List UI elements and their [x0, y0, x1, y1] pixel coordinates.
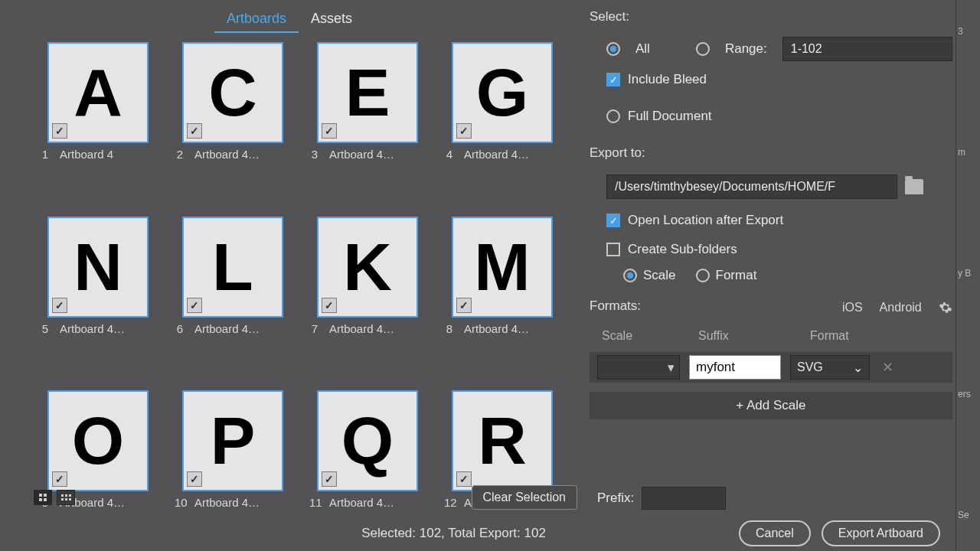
range-label: Range: [725, 41, 767, 57]
artboard-thumbnail[interactable]: G✓ [452, 42, 553, 143]
side-panel-peek: 3 m y B ers Se [956, 0, 980, 551]
col-format: Format [810, 329, 871, 343]
artboard-name: Artboard 4… [194, 322, 291, 335]
artboard-thumbnail[interactable]: A✓ [47, 42, 149, 143]
view-list-icon[interactable] [57, 490, 75, 505]
radio-all[interactable] [606, 42, 620, 56]
prefix-input[interactable] [642, 487, 726, 510]
all-label: All [635, 41, 650, 57]
prefix-label: Prefix: [597, 491, 634, 506]
artboard-item[interactable]: C✓2Artboard 4… [172, 42, 294, 203]
artboard-name: Artboard 4… [464, 148, 560, 161]
artboard-item[interactable]: L✓6Artboard 4… [172, 217, 294, 377]
clear-selection-button[interactable]: Clear Selection [472, 485, 578, 510]
subfolder-scale-label: Scale [643, 268, 676, 283]
remove-format-icon[interactable]: ✕ [879, 359, 897, 376]
view-grid-icon[interactable] [34, 490, 52, 505]
artboard-number: 8 [444, 322, 455, 335]
artboard-checkbox[interactable]: ✓ [187, 298, 202, 313]
artboard-checkbox[interactable]: ✓ [456, 123, 472, 139]
tab-artboards[interactable]: Artboards [214, 6, 299, 33]
artboard-number: 1 [40, 148, 51, 161]
artboard-name: Artboard 4… [194, 148, 291, 161]
formats-label: Formats: [590, 298, 641, 314]
create-subfolders-label: Create Sub-folders [628, 242, 737, 257]
artboard-item[interactable]: G✓4Artboard 4… [441, 42, 564, 203]
col-scale: Scale [602, 329, 678, 343]
open-location-label: Open Location after Export [628, 213, 783, 228]
subfolder-format-label: Format [716, 268, 757, 283]
artboard-name: Artboard 4… [464, 322, 560, 335]
artboard-thumbnail[interactable]: C✓ [182, 42, 283, 143]
artboard-number: 3 [309, 148, 320, 161]
artboard-checkbox[interactable]: ✓ [52, 123, 67, 139]
artboard-thumbnail[interactable]: E✓ [317, 42, 418, 143]
artboard-item[interactable]: A✓1Artboard 4 [37, 42, 159, 203]
artboard-checkbox[interactable]: ✓ [322, 298, 337, 313]
artboard-thumbnail[interactable]: R✓ [452, 390, 553, 491]
artboard-thumbnail[interactable]: L✓ [182, 217, 283, 318]
export-artboard-button[interactable]: Export Artboard [822, 520, 940, 546]
checkbox-open-location[interactable]: ✓ [606, 214, 620, 227]
artboard-number: 6 [175, 322, 185, 335]
artboard-name: Artboard 4… [60, 322, 156, 335]
checkbox-include-bleed[interactable]: ✓ [606, 73, 620, 86]
artboard-number: 4 [444, 148, 455, 161]
artboard-number: 5 [40, 322, 51, 335]
include-bleed-label: Include Bleed [628, 72, 707, 87]
add-scale-button[interactable]: + Add Scale [590, 392, 952, 419]
range-input[interactable] [782, 37, 952, 61]
artboard-checkbox[interactable]: ✓ [187, 123, 202, 139]
artboard-checkbox[interactable]: ✓ [456, 298, 472, 313]
artboard-thumbnail[interactable]: O✓ [47, 390, 149, 491]
artboard-checkbox[interactable]: ✓ [52, 298, 67, 313]
radio-subfolder-format[interactable] [696, 269, 710, 282]
checkbox-create-subfolders[interactable] [606, 243, 620, 256]
cancel-button[interactable]: Cancel [739, 520, 811, 546]
artboard-grid[interactable]: A✓1Artboard 4C✓2Artboard 4…E✓3Artboard 4… [37, 42, 564, 551]
platform-ios[interactable]: iOS [842, 301, 863, 315]
col-suffix: Suffix [698, 329, 790, 343]
artboard-name: Artboard 4 [60, 148, 156, 161]
export-to-label: Export to: [590, 145, 952, 161]
gear-icon[interactable] [939, 301, 952, 315]
artboard-thumbnail[interactable]: Q✓ [317, 390, 418, 491]
artboard-item[interactable]: E✓3Artboard 4… [306, 42, 429, 203]
artboard-name: Artboard 4… [329, 148, 426, 161]
radio-subfolder-scale[interactable] [623, 269, 637, 282]
artboard-checkbox[interactable]: ✓ [322, 123, 337, 139]
artboard-thumbnail[interactable]: K✓ [317, 217, 418, 318]
artboard-number: 2 [175, 148, 185, 161]
artboard-name: Artboard 4… [329, 322, 426, 335]
artboard-thumbnail[interactable]: M✓ [452, 217, 553, 318]
export-path-input[interactable] [606, 174, 897, 199]
format-row: ▾ SVG⌄ ✕ [590, 352, 952, 383]
artboard-number: 7 [309, 322, 320, 335]
tab-assets[interactable]: Assets [299, 6, 364, 33]
artboard-thumbnail[interactable]: N✓ [47, 217, 149, 318]
format-dropdown[interactable]: SVG⌄ [790, 355, 870, 380]
artboard-item[interactable]: N✓5Artboard 4… [37, 217, 159, 377]
suffix-input[interactable] [689, 355, 781, 380]
artboard-item[interactable]: M✓8Artboard 4… [441, 217, 564, 377]
selection-status: Selected: 102, Total Export: 102 [15, 526, 739, 541]
select-label: Select: [590, 9, 952, 24]
export-tabs: Artboards Assets [0, 0, 579, 36]
full-document-label: Full Document [628, 109, 712, 124]
artboard-item[interactable]: K✓7Artboard 4… [306, 217, 429, 377]
scale-dropdown[interactable]: ▾ [597, 355, 680, 380]
browse-folder-icon[interactable] [905, 179, 923, 194]
platform-android[interactable]: Android [880, 301, 922, 315]
radio-range[interactable] [696, 42, 710, 56]
artboard-thumbnail[interactable]: P✓ [182, 390, 283, 491]
radio-full-document[interactable] [606, 109, 620, 123]
